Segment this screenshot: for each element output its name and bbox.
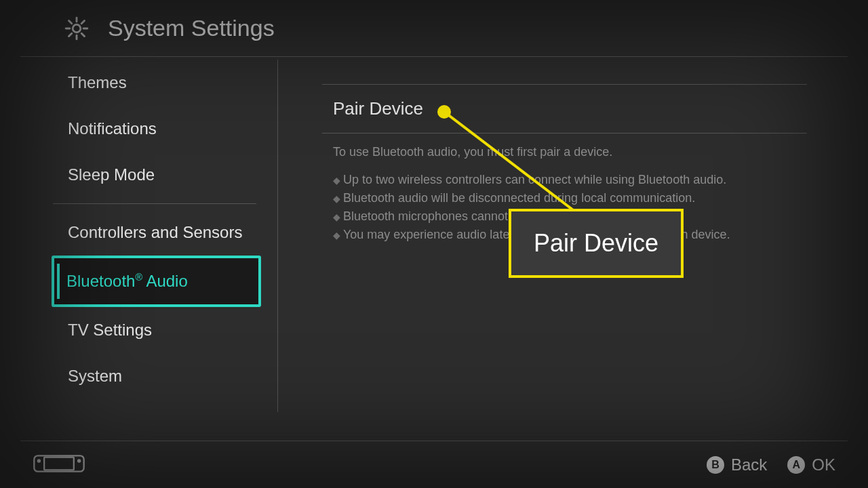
- ok-button[interactable]: A OK: [787, 455, 835, 474]
- bullet-item: Up to two wireless controllers can conne…: [333, 171, 807, 189]
- main: Themes Notifications Sleep Mode Controll…: [0, 57, 868, 430]
- sidebar-item-sleep-mode[interactable]: Sleep Mode: [0, 152, 277, 198]
- back-button[interactable]: B Back: [707, 455, 767, 474]
- a-button-icon: A: [787, 456, 805, 474]
- footer: B Back A OK: [20, 441, 848, 488]
- callout-box: Pair Device: [509, 209, 684, 278]
- svg-line-7: [81, 20, 84, 23]
- console-icon: [33, 453, 85, 476]
- pair-device-row[interactable]: Pair Device: [322, 85, 807, 134]
- svg-line-5: [68, 20, 71, 23]
- pair-device-description: To use Bluetooth audio, you must first p…: [322, 134, 807, 161]
- sidebar: Themes Notifications Sleep Mode Controll…: [0, 57, 278, 430]
- bullet-item: Bluetooth audio will be disconnected dur…: [333, 189, 807, 207]
- callout-dot: [437, 105, 451, 119]
- ok-label: OK: [812, 455, 835, 474]
- sidebar-item-system[interactable]: System: [0, 353, 277, 399]
- gear-icon: [64, 16, 89, 41]
- page-title: System Settings: [108, 15, 275, 41]
- sidebar-item-themes[interactable]: Themes: [0, 60, 277, 106]
- sidebar-item-bluetooth-audio[interactable]: Bluetooth® Audio: [53, 257, 260, 306]
- svg-line-8: [68, 33, 71, 36]
- header: System Settings: [20, 0, 848, 57]
- svg-point-12: [78, 460, 80, 462]
- back-label: Back: [731, 455, 767, 474]
- svg-line-6: [81, 33, 84, 36]
- svg-point-11: [38, 460, 40, 462]
- svg-point-0: [73, 24, 81, 33]
- sidebar-item-tv-settings[interactable]: TV Settings: [0, 307, 277, 353]
- sidebar-divider: [53, 203, 256, 204]
- sidebar-item-controllers[interactable]: Controllers and Sensors: [0, 209, 277, 256]
- b-button-icon: B: [707, 456, 724, 474]
- sidebar-item-notifications[interactable]: Notifications: [0, 106, 277, 152]
- svg-rect-10: [44, 457, 74, 470]
